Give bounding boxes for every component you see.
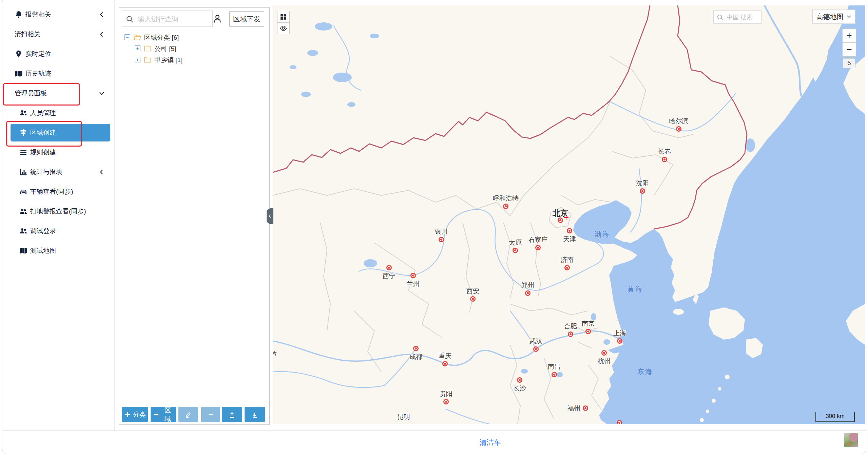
footer: 清洁车 (2, 430, 866, 454)
tree-node[interactable]: −区域分类 [6] (119, 32, 269, 43)
sidebar-item-cleaning[interactable]: 清扫相关 (2, 24, 114, 44)
city-label-贵阳: 贵阳 (440, 390, 452, 398)
city-marker-太原[interactable] (513, 248, 518, 253)
city-marker-济南[interactable] (564, 265, 570, 270)
sidebar-item-history[interactable]: 历史轨迹 (2, 64, 114, 83)
sidebar-item-debug-login[interactable]: 调试登录 (2, 221, 114, 241)
city-marker-上海[interactable] (617, 338, 622, 344)
sidebar-item-label: 规则创建 (30, 148, 56, 157)
city-marker-郑州[interactable] (525, 290, 531, 296)
city-marker-西宁[interactable] (386, 265, 392, 270)
minus-icon (207, 411, 214, 418)
footer-vehicle-link[interactable]: 清洁车 (114, 431, 866, 454)
download-button[interactable] (245, 407, 265, 422)
city-marker-西安[interactable] (470, 296, 476, 302)
zoom-out-button[interactable]: − (842, 42, 856, 57)
map-tool-stack (277, 11, 290, 34)
city-marker-银川[interactable] (439, 237, 444, 242)
sidebar-item-label: 车辆查看(同步) (30, 187, 73, 196)
sidebar-item-stats[interactable]: 统计与报表 (2, 162, 114, 182)
expand-node-icon[interactable]: + (135, 45, 140, 51)
city-marker-重庆[interactable] (442, 361, 448, 366)
city-marker-呼和浩特[interactable] (503, 204, 508, 209)
city-label-天津: 天津 (563, 235, 576, 244)
city-label-长春: 长春 (658, 147, 671, 156)
sidebar-item-area-create[interactable]: 区域创建 (2, 123, 114, 143)
plus-icon (124, 411, 131, 418)
city-marker-石家庄[interactable] (535, 245, 541, 250)
city-marker-杭州[interactable] (601, 350, 607, 356)
map-visibility-button[interactable] (277, 22, 290, 34)
sidebar-item-vehicle-view[interactable]: 车辆查看(同步) (2, 182, 114, 202)
city-marker-哈尔滨[interactable] (676, 126, 681, 132)
area-tree-panel: 区域下发 −区域分类 [6]+公司 [5]+甲乡镇 [1] 分类区域 (119, 7, 270, 425)
city-label-长沙: 长沙 (513, 384, 526, 393)
city-marker-贵阳[interactable] (443, 399, 449, 404)
chart-icon (19, 168, 27, 176)
city-label-武汉: 武汉 (529, 337, 542, 346)
city-marker-南昌[interactable] (552, 372, 557, 377)
users-icon (19, 109, 27, 117)
add-category-button[interactable]: 分类 (122, 407, 148, 422)
sidebar-item-sweep-alarm[interactable]: 扫地警报查看(同步) (2, 202, 114, 221)
chevron-left-icon (98, 169, 105, 175)
chevron-down-icon (846, 14, 852, 19)
pin-icon (15, 50, 23, 58)
sea-label-渤海: 渤海 (595, 230, 610, 239)
city-label-石家庄: 石家庄 (528, 235, 548, 244)
city-label-兰州: 兰州 (407, 280, 420, 288)
sidebar-item-realtime[interactable]: 实时定位 (2, 44, 114, 64)
tree-node-label: 公司 [5] (154, 44, 176, 53)
upload-button[interactable] (222, 407, 242, 422)
map-center-cross-icon (564, 215, 568, 220)
city-marker[interactable] (617, 420, 622, 424)
city-label-郑州: 郑州 (521, 281, 534, 290)
map-search-box (713, 10, 761, 24)
map-scale-bar: 300 km (815, 412, 855, 422)
city-label-合肥: 合肥 (564, 322, 577, 331)
car-icon (19, 188, 27, 196)
city-marker-沈阳[interactable] (640, 188, 645, 194)
city-marker-南京[interactable] (585, 329, 591, 334)
toolbar-button-label: 分类 (133, 410, 146, 419)
sidebar-content-divider (114, 0, 115, 430)
city-marker-武汉[interactable] (533, 346, 539, 352)
sidebar-item-admin-panel[interactable]: 管理员面板 (2, 83, 114, 103)
city-marker-成都[interactable] (413, 346, 419, 351)
city-label-呼和浩特: 呼和浩特 (493, 194, 519, 203)
person-icon[interactable] (213, 14, 222, 23)
area-deploy-button[interactable]: 区域下发 (229, 11, 264, 27)
download-icon (251, 411, 258, 418)
tree-toolbar: 分类区域 (119, 407, 269, 422)
sidebar-item-rule-create[interactable]: 规则创建 (2, 143, 114, 162)
add-area-button[interactable]: 区域 (151, 407, 176, 422)
collapse-node-icon[interactable]: − (124, 34, 130, 40)
edit-button (178, 407, 198, 422)
map-layer-select[interactable]: 高德地图 (812, 10, 855, 24)
chevron-left-icon (98, 31, 105, 38)
map-search-input[interactable] (726, 11, 761, 24)
panel-collapse-handle[interactable] (267, 208, 273, 224)
partial-city-label: 芦 (273, 350, 277, 359)
search-icon (126, 15, 134, 23)
city-marker-兰州[interactable] (410, 273, 416, 278)
city-marker-福州[interactable] (583, 405, 588, 411)
sidebar-item-test-map[interactable]: 测试地图 (2, 241, 114, 261)
city-marker-长沙[interactable] (517, 377, 522, 383)
city-marker-合肥[interactable] (568, 331, 573, 337)
area-tree: −区域分类 [6]+公司 [5]+甲乡镇 [1] (119, 32, 269, 65)
sidebar-item-personnel[interactable]: 人员管理 (2, 103, 114, 123)
city-marker-天津[interactable] (567, 228, 572, 233)
zoom-in-button[interactable]: + (842, 29, 856, 43)
tree-search-input[interactable] (137, 11, 211, 27)
expand-node-icon[interactable]: + (135, 57, 140, 62)
map-grid-tool-button[interactable] (277, 11, 290, 23)
city-label-西宁: 西宁 (383, 272, 396, 281)
map-canvas[interactable]: 高德地图 + − 5 300 km 哈尔滨长春沈阳呼和浩特北京天津石家庄太原银川… (273, 5, 865, 424)
folder-closed-icon (143, 56, 152, 64)
city-marker-长春[interactable] (662, 157, 667, 162)
tree-node[interactable]: +公司 [5] (119, 43, 269, 54)
sidebar-item-label: 报警相关 (25, 10, 51, 19)
sidebar-item-alarm[interactable]: 报警相关 (2, 5, 114, 24)
tree-node[interactable]: +甲乡镇 [1] (119, 54, 269, 65)
